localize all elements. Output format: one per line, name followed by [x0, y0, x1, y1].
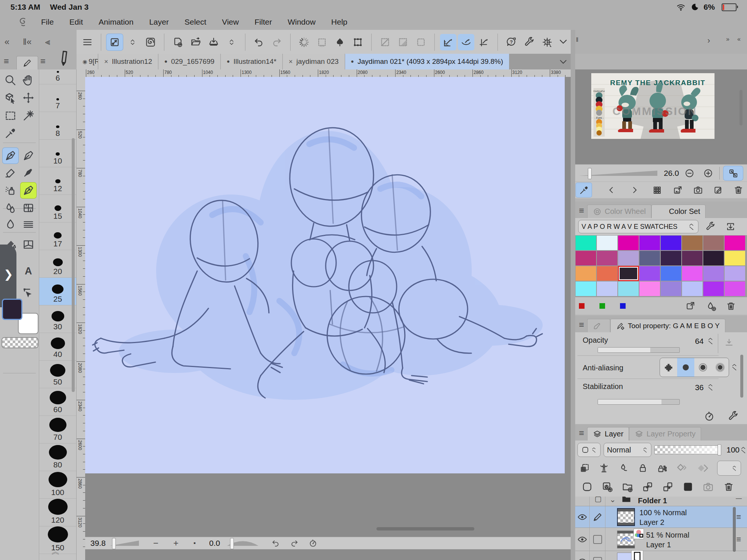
delete-layer-icon[interactable] — [723, 481, 734, 492]
layer-thumbnail[interactable] — [617, 531, 635, 548]
liquify-tool[interactable] — [21, 217, 36, 232]
menu-layer[interactable]: Layer — [149, 18, 169, 27]
opacity-spinner-icon[interactable] — [707, 336, 714, 346]
layer-row-folder[interactable]: ▢ ⌄ Folder 1 — — [575, 497, 747, 506]
snap-ruler-button[interactable] — [440, 34, 456, 50]
pen-active-tool[interactable] — [21, 183, 36, 198]
subview-zoom-handle[interactable] — [588, 168, 592, 179]
new-raster-layer-icon[interactable] — [581, 481, 593, 493]
fit-screen-button[interactable]: ▪ — [193, 539, 196, 547]
quick-color-blue[interactable] — [620, 303, 626, 309]
text-tool[interactable]: A — [21, 263, 36, 279]
draft-layer-icon[interactable] — [618, 463, 629, 474]
layer-panel-menu-icon[interactable]: ≡ — [579, 428, 584, 438]
checkbox[interactable] — [593, 535, 602, 544]
merge-with-layer-below-icon[interactable] — [662, 481, 674, 493]
zoom-in-button[interactable]: + — [173, 538, 179, 548]
color-swatch-6[interactable] — [703, 235, 724, 251]
layer-opacity-slider[interactable] — [654, 445, 721, 454]
unsaved-dot-icon[interactable]: • — [164, 57, 167, 66]
operate-tool[interactable] — [3, 90, 18, 106]
edit-image-icon[interactable] — [713, 185, 723, 195]
select-launch-button[interactable] — [314, 34, 330, 50]
menu-help[interactable]: Help — [331, 18, 347, 27]
transparent-color-swatch[interactable] — [1, 337, 38, 348]
tool-switch-button[interactable] — [106, 34, 123, 50]
document-tab-2[interactable]: •Illustration14* — [221, 54, 283, 69]
color-swatch-27[interactable] — [639, 281, 660, 296]
tool-property-scrollbar[interactable] — [740, 355, 743, 398]
dock-left-icon[interactable]: ‖« — [23, 37, 31, 47]
color-swatch-28[interactable] — [660, 281, 682, 296]
collapse-left-icon[interactable]: « — [4, 37, 9, 47]
wrench-button[interactable] — [521, 34, 537, 50]
rotation-slider-handle[interactable] — [230, 538, 234, 549]
brush-size-80[interactable]: 80 — [39, 444, 76, 471]
layer-opacity-value[interactable]: 100 — [722, 445, 740, 454]
color-swatch-22[interactable] — [703, 266, 724, 281]
lock-transparent-pixels-icon[interactable] — [657, 463, 668, 474]
open-image-icon[interactable] — [673, 185, 683, 195]
document-tab-3[interactable]: ×jaydiman 023 — [283, 54, 345, 69]
color-swatch-17[interactable] — [596, 266, 618, 281]
panel-splitter[interactable] — [571, 30, 575, 560]
brush-size-70[interactable]: 70 — [39, 416, 76, 444]
row-drag-handle-icon[interactable]: ≡ — [736, 535, 741, 544]
add-color-droplet-icon[interactable] — [706, 301, 717, 312]
zoom-out-circle-icon[interactable] — [684, 168, 695, 178]
layer-row-paper[interactable]: Paper ≡ — [575, 551, 747, 560]
folder-expand-chevron-icon[interactable]: ⌄ — [610, 497, 616, 504]
canvas-horizontal-scrollbar[interactable] — [376, 527, 474, 531]
visibility-eye-icon[interactable] — [577, 556, 588, 560]
close-tab-icon[interactable]: × — [104, 58, 108, 66]
eraser-tool[interactable] — [3, 165, 18, 180]
menu-select[interactable]: Select — [185, 18, 206, 27]
color-swatch-20[interactable] — [660, 266, 682, 281]
zoom-tool[interactable] — [3, 72, 18, 88]
color-swatch-19[interactable] — [639, 266, 660, 281]
tab-color-wheel[interactable]: Color Wheel — [587, 205, 651, 218]
transfer-to-layer-below-icon[interactable] — [642, 481, 654, 493]
tab-color-set[interactable]: Color Set — [651, 205, 706, 218]
checkbox[interactable]: ▢ — [595, 497, 602, 503]
brush-panel-menu-icon[interactable]: ≡ — [40, 56, 46, 66]
aa-weak-button[interactable] — [677, 358, 694, 377]
selection-options-button[interactable] — [413, 34, 429, 50]
transform-button[interactable] — [350, 34, 366, 50]
rotation-value[interactable]: 0.0 — [209, 539, 226, 548]
layer-opacity-handle[interactable] — [717, 444, 721, 455]
zoom-in-circle-icon[interactable] — [703, 168, 713, 178]
reference-layer-icon[interactable] — [598, 463, 610, 474]
airbrush-tool[interactable] — [3, 183, 18, 198]
color-swatch-10[interactable] — [618, 251, 639, 266]
thumbnail-grid-icon[interactable] — [652, 185, 662, 195]
color-swatch-11[interactable] — [639, 251, 660, 266]
rotate-right-icon[interactable] — [290, 539, 299, 548]
import-color-set-icon[interactable] — [725, 221, 736, 232]
color-swatch-24[interactable] — [575, 281, 596, 296]
rotate-left-icon[interactable] — [271, 539, 280, 548]
color-swatch-14[interactable] — [703, 251, 724, 266]
color-swatch-15[interactable] — [724, 251, 746, 266]
color-swatch-18[interactable] — [618, 266, 639, 281]
marquee-tool[interactable] — [3, 108, 18, 124]
blend-mode-dropdown[interactable]: Normal — [604, 443, 651, 457]
flip-view-button[interactable] — [723, 166, 743, 180]
reset-view-icon[interactable] — [309, 539, 317, 548]
redo-button[interactable] — [269, 34, 285, 50]
unsaved-dot-icon[interactable]: • — [227, 57, 230, 66]
document-tab-4[interactable]: •Jaydiman 021* (4093 x 2894px 144dpi 39.… — [345, 54, 509, 69]
brush-size-10[interactable]: 10 — [39, 140, 76, 167]
spinner-button[interactable] — [296, 34, 312, 50]
color-swatch-0[interactable] — [575, 235, 596, 251]
tool-property-menu-icon[interactable]: ≡ — [579, 320, 584, 330]
eyedropper-tool[interactable] — [3, 125, 18, 141]
aa-medium-button[interactable] — [694, 358, 712, 377]
menu-window[interactable]: Window — [288, 18, 316, 27]
clip-to-layer-below-icon[interactable] — [579, 463, 590, 474]
opacity-slider[interactable] — [598, 347, 680, 353]
brush-size-17[interactable]: 17 — [39, 223, 76, 250]
layer-list-scrollbar[interactable] — [733, 507, 736, 552]
stabilization-spinner-icon[interactable] — [707, 382, 714, 392]
menu-edit[interactable]: Edit — [69, 18, 83, 27]
